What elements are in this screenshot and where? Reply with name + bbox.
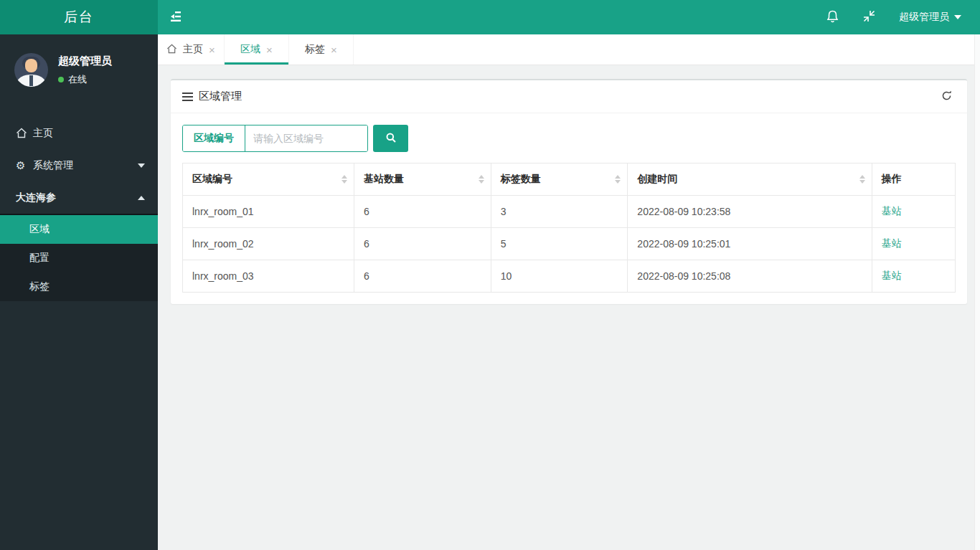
search-icon bbox=[385, 132, 397, 146]
sidebar-submenu: 区域 配置 标签 bbox=[0, 214, 158, 301]
cell-created-time: 2022-08-09 10:23:58 bbox=[628, 196, 872, 228]
search-field-selector[interactable]: 区域编号 bbox=[183, 125, 245, 151]
sidebar-item-label: 主页 bbox=[33, 127, 145, 140]
main-content: 区域管理 区域编号 bbox=[158, 65, 980, 550]
home-icon bbox=[16, 128, 33, 138]
search-group: 区域编号 bbox=[182, 125, 368, 152]
column-label: 标签数量 bbox=[501, 173, 541, 184]
sidebar-item-label: 配置 bbox=[29, 252, 50, 265]
navbar: 超级管理员 bbox=[158, 0, 980, 34]
column-header-base-stations[interactable]: 基站数量 bbox=[354, 163, 491, 196]
sort-icon[interactable] bbox=[341, 175, 347, 184]
tab-home[interactable]: 主页 × bbox=[158, 34, 225, 65]
sidebar-item-label: 标签 bbox=[29, 280, 50, 293]
base-station-link[interactable]: 基站 bbox=[882, 270, 902, 281]
tab-area[interactable]: 区域 × bbox=[225, 34, 289, 65]
area-table: 区域编号 基站数量 标签数量 创建时间 bbox=[182, 163, 956, 293]
area-management-card: 区域管理 区域编号 bbox=[171, 79, 967, 304]
user-status[interactable]: 在线 bbox=[58, 73, 112, 86]
card-body: 区域编号 bbox=[171, 113, 967, 304]
cell-created-time: 2022-08-09 10:25:01 bbox=[628, 228, 872, 260]
table-header: 区域编号 基站数量 标签数量 创建时间 bbox=[183, 163, 956, 196]
sidebar-item-system-management[interactable]: ⚙ 系统管理 bbox=[0, 149, 158, 181]
table-header-row: 区域编号 基站数量 标签数量 创建时间 bbox=[183, 163, 956, 196]
base-station-link[interactable]: 基站 bbox=[882, 205, 902, 217]
sidebar-item-config[interactable]: 配置 bbox=[0, 244, 158, 272]
base-station-link[interactable]: 基站 bbox=[882, 237, 902, 249]
compress-icon bbox=[862, 9, 876, 25]
user-dropdown-label: 超级管理员 bbox=[899, 11, 949, 24]
column-header-tags[interactable]: 标签数量 bbox=[491, 163, 628, 196]
close-icon[interactable]: × bbox=[331, 44, 337, 55]
scrollbar-track[interactable] bbox=[974, 34, 980, 550]
sidebar-item-label: 系统管理 bbox=[33, 159, 138, 172]
table-body: lnrx_room_01 6 3 2022-08-09 10:23:58 基站 … bbox=[183, 196, 956, 293]
online-dot-icon bbox=[58, 77, 64, 82]
table-row: lnrx_room_02 6 5 2022-08-09 10:25:01 基站 bbox=[183, 228, 956, 260]
cell-base-stations: 6 bbox=[354, 196, 491, 228]
cell-area-id: lnrx_room_02 bbox=[183, 228, 354, 260]
home-icon bbox=[166, 44, 177, 56]
cell-created-time: 2022-08-09 10:25:08 bbox=[628, 260, 872, 293]
list-icon bbox=[182, 93, 193, 101]
user-dropdown[interactable]: 超级管理员 bbox=[887, 0, 966, 34]
user-status-label: 在线 bbox=[68, 73, 87, 86]
sort-icon[interactable] bbox=[859, 175, 865, 184]
tab-tag[interactable]: 标签 × bbox=[289, 34, 354, 65]
cell-actions: 基站 bbox=[872, 196, 955, 228]
user-name: 超级管理员 bbox=[58, 54, 112, 68]
close-icon[interactable]: × bbox=[209, 44, 215, 55]
tab-label: 区域 bbox=[240, 43, 260, 56]
sort-icon[interactable] bbox=[615, 175, 621, 184]
column-label: 操作 bbox=[882, 173, 902, 184]
refresh-icon bbox=[941, 90, 953, 104]
cell-area-id: lnrx_room_01 bbox=[183, 196, 354, 228]
sidebar: 超级管理员 在线 主页 ⚙ 系统管理 大连海参 bbox=[0, 34, 158, 550]
avatar bbox=[14, 53, 48, 87]
sidebar-item-area[interactable]: 区域 bbox=[0, 215, 158, 244]
cell-actions: 基站 bbox=[872, 228, 955, 260]
cell-tags: 3 bbox=[491, 196, 628, 228]
table-row: lnrx_room_01 6 3 2022-08-09 10:23:58 基站 bbox=[183, 196, 956, 228]
tab-bar: 主页 × 区域 × 标签 × bbox=[158, 34, 980, 65]
search-button[interactable] bbox=[373, 125, 408, 152]
sidebar-item-dalian-haishen[interactable]: 大连海参 bbox=[0, 181, 158, 214]
sort-icon[interactable] bbox=[479, 175, 484, 184]
column-label: 基站数量 bbox=[364, 173, 404, 184]
navbar-right: 超级管理员 bbox=[814, 0, 980, 34]
tab-label: 主页 bbox=[183, 43, 203, 56]
sidebar-toggle-button[interactable] bbox=[158, 0, 194, 34]
sidebar-toggle-icon bbox=[169, 10, 183, 24]
column-label: 创建时间 bbox=[637, 173, 677, 184]
search-row: 区域编号 bbox=[182, 125, 956, 152]
card-header: 区域管理 bbox=[171, 80, 967, 113]
column-header-actions: 操作 bbox=[872, 163, 955, 196]
cell-area-id: lnrx_room_03 bbox=[183, 260, 354, 293]
sidebar-item-tag[interactable]: 标签 bbox=[0, 272, 158, 301]
column-header-created-time[interactable]: 创建时间 bbox=[628, 163, 872, 196]
gear-icon: ⚙ bbox=[16, 159, 33, 172]
top-header: 后台 bbox=[0, 0, 980, 34]
sidebar-item-label: 区域 bbox=[29, 223, 50, 236]
user-meta: 超级管理员 在线 bbox=[58, 54, 112, 86]
sidebar-item-label: 大连海参 bbox=[16, 191, 138, 204]
chevron-up-icon bbox=[138, 196, 145, 200]
sidebar-menu: 主页 ⚙ 系统管理 大连海参 区域 配置 标签 bbox=[0, 117, 158, 301]
chevron-down-icon bbox=[954, 15, 961, 19]
close-icon[interactable]: × bbox=[266, 44, 273, 55]
sidebar-user-panel: 超级管理员 在线 bbox=[0, 34, 158, 104]
card-title: 区域管理 bbox=[199, 90, 242, 103]
search-input[interactable] bbox=[245, 125, 367, 151]
refresh-button[interactable] bbox=[937, 87, 956, 106]
avatar-tie bbox=[29, 75, 33, 86]
table-row: lnrx_room_03 6 10 2022-08-09 10:25:08 基站 bbox=[183, 260, 956, 293]
tab-label: 标签 bbox=[305, 43, 325, 56]
cell-tags: 5 bbox=[491, 228, 628, 260]
bell-icon bbox=[826, 9, 839, 26]
exit-fullscreen-button[interactable] bbox=[851, 0, 887, 34]
sidebar-item-home[interactable]: 主页 bbox=[0, 117, 158, 149]
app-logo[interactable]: 后台 bbox=[0, 0, 158, 34]
cell-actions: 基站 bbox=[872, 260, 955, 293]
column-header-area-id[interactable]: 区域编号 bbox=[183, 163, 354, 196]
notifications-button[interactable] bbox=[814, 0, 851, 34]
